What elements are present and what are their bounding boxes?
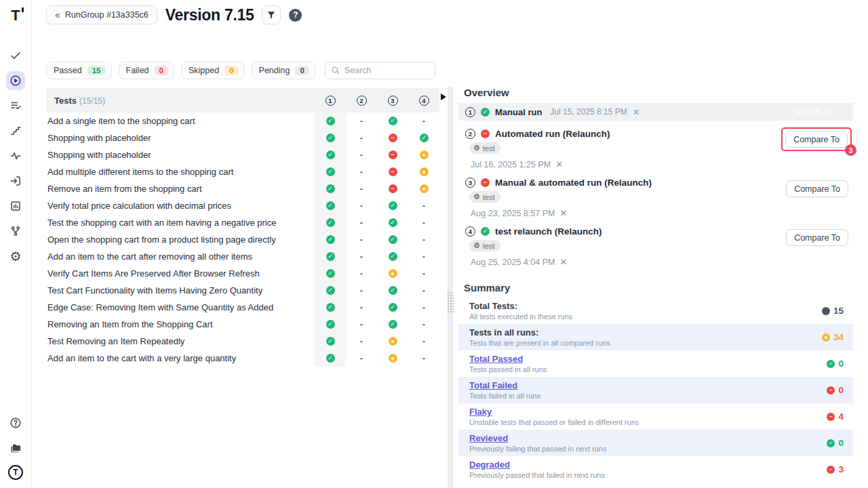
bar-chart-icon[interactable] <box>6 197 25 216</box>
logo-badge-icon[interactable]: T <box>8 465 23 480</box>
pass-status-icon: ✓ <box>326 117 335 125</box>
panel-resize-divider[interactable] <box>448 87 453 488</box>
pass-status-icon: ✓ <box>326 150 335 159</box>
pass-status-icon: ✓ <box>326 269 335 278</box>
table-row[interactable]: Shopping with placeholder✓-− <box>46 146 439 163</box>
table-row[interactable]: Shopping with placeholder✓-−✓ <box>46 129 439 146</box>
no-result-dash: - <box>422 285 425 296</box>
remove-run-icon[interactable]: ✕ <box>555 159 563 169</box>
pulse-icon[interactable] <box>6 146 25 165</box>
table-row[interactable]: Test Cart Functionality with Items Havin… <box>46 282 439 299</box>
run-tag-chip[interactable]: ⚙test <box>469 191 500 203</box>
run-status-icon: − <box>481 178 490 187</box>
pass-status-icon: ✓ <box>326 354 335 363</box>
run-name: Manual & automated run (Relaunch) <box>495 178 652 188</box>
compare-to-button[interactable]: Compare To <box>786 180 848 197</box>
status-cell-run-4 <box>408 146 439 163</box>
run-tag-chip[interactable]: ⚙test <box>469 240 500 251</box>
summary-link[interactable]: Total Failed <box>469 380 827 390</box>
pass-status-icon: ✓ <box>326 218 335 227</box>
summary-link[interactable]: Degraded <box>469 460 827 470</box>
gear-icon[interactable]: ⚙ <box>6 247 25 266</box>
summary-link[interactable]: Total Passed <box>469 354 827 364</box>
summary-status-icon <box>822 333 830 342</box>
overview-panel: Overview 1✓Manual runJul 15, 2025 8:15 P… <box>458 87 853 483</box>
table-row[interactable]: Add a single item to the shopping cart✓-… <box>46 113 439 129</box>
page-title: Version 7.15 <box>165 6 254 24</box>
table-row[interactable]: Test the shopping cart with an item havi… <box>46 214 439 231</box>
summary-value: ✓0 <box>827 438 844 448</box>
summary-texts: Total PassedTests passed in all runs <box>469 354 827 373</box>
status-cell-run-1: ✓ <box>315 163 346 180</box>
table-row[interactable]: Verify Cart Items Are Preserved After Br… <box>46 265 439 282</box>
back-to-rungroup-button[interactable]: « RunGroup #13a335c6 <box>46 5 157 24</box>
circled-number-icon: 4 <box>465 226 475 237</box>
pass-status-icon: ✓ <box>389 303 397 312</box>
table-row[interactable]: Open the shopping cart from a product li… <box>46 231 439 248</box>
compare-to-button[interactable]: Compare To <box>785 131 848 148</box>
status-cell-run-3 <box>377 333 408 350</box>
help-button[interactable]: ? <box>289 9 302 22</box>
summary-link[interactable]: Flaky <box>469 407 827 417</box>
summary-count: 34 <box>833 332 844 342</box>
list-check-icon[interactable] <box>6 96 25 115</box>
filter-chip-failed[interactable]: Failed0 <box>119 62 174 79</box>
summary-description: Unstable tests that passed or failed in … <box>469 418 827 426</box>
pass-status-icon: ✓ <box>389 235 397 244</box>
branch-icon[interactable] <box>6 222 25 241</box>
status-cell-run-1: ✓ <box>315 350 346 367</box>
table-row[interactable]: Add an item to the cart with a very larg… <box>46 350 439 367</box>
table-row[interactable]: Test Removing an Item Repeatedly✓-- <box>46 333 439 350</box>
run-tag-chip[interactable]: ⚙test <box>469 142 500 154</box>
no-result-dash: - <box>422 302 425 312</box>
no-result-dash: - <box>360 150 363 160</box>
circled-number-icon: 2 <box>465 129 475 139</box>
summary-texts: Tests in all runs:Tests that are present… <box>469 327 822 347</box>
status-cell-run-3: ✓ <box>377 248 408 265</box>
run-column-header-2[interactable]: 2 <box>346 96 377 106</box>
run-column-header-4[interactable]: 4 <box>408 96 439 106</box>
search-icon <box>331 66 340 75</box>
run-status-icon: − <box>481 129 490 138</box>
remove-run-icon[interactable]: ✕ <box>633 107 640 117</box>
annotation-highlight-box: Compare To3 <box>781 127 852 151</box>
filter-chip-passed[interactable]: Passed15 <box>46 62 112 79</box>
run-column-header-3[interactable]: 3 <box>377 96 408 106</box>
folder-icon[interactable] <box>7 440 24 456</box>
fail-status-icon: − <box>389 134 397 142</box>
search-input[interactable] <box>325 62 435 79</box>
status-cell-run-1: ✓ <box>315 129 346 146</box>
play-circle-icon[interactable] <box>6 71 25 90</box>
tests-table: Tests(15/15) 1234 Add a single item to t… <box>46 88 439 367</box>
filter-chip-pending[interactable]: Pending0 <box>252 62 315 79</box>
remove-run-icon[interactable]: ✕ <box>559 208 567 218</box>
status-cell-run-3: ✓ <box>377 113 408 129</box>
table-row[interactable]: Edge Case: Removing Item with Same Quant… <box>46 299 439 316</box>
status-cell-run-2: - <box>346 248 377 265</box>
filter-button[interactable] <box>262 5 281 24</box>
remove-run-icon[interactable]: ✕ <box>559 257 567 267</box>
filter-chip-skipped[interactable]: Skipped0 <box>181 62 245 79</box>
panel-drag-handle[interactable] <box>447 291 454 313</box>
check-icon[interactable] <box>6 46 25 65</box>
compare-to-button[interactable]: Compare To <box>786 229 848 246</box>
run-name: Manual run <box>495 107 542 117</box>
table-row[interactable]: Verify total price calculation with deci… <box>46 197 439 214</box>
summary-link[interactable]: Revieved <box>469 433 827 443</box>
run-date: Jul 15, 2025 8:15 PM <box>550 107 627 117</box>
table-row[interactable]: Add an item to the cart after removing a… <box>46 248 439 265</box>
steps-icon[interactable] <box>6 121 25 140</box>
table-row[interactable]: Add multiple different items to the shop… <box>46 163 439 180</box>
app-logo-icon[interactable]: T <box>11 7 20 24</box>
panel-collapse-arrow-icon[interactable] <box>441 94 446 100</box>
table-row[interactable]: Removing an Item from the Shopping Cart✓… <box>46 316 439 333</box>
run-column-header-1[interactable]: 1 <box>315 96 346 106</box>
table-row[interactable]: Remove an item from the shopping cart✓-− <box>46 180 439 197</box>
status-cell-run-4: - <box>408 265 439 282</box>
main-run-row[interactable]: 1✓Manual runJul 15, 2025 8:15 PM✕Main Ru… <box>458 103 853 121</box>
pass-status-icon: ✓ <box>326 320 335 329</box>
help-icon[interactable] <box>7 415 24 431</box>
status-cell-run-1: ✓ <box>315 113 346 129</box>
filter-chip-label: Failed <box>126 66 149 75</box>
import-icon[interactable] <box>6 171 25 190</box>
